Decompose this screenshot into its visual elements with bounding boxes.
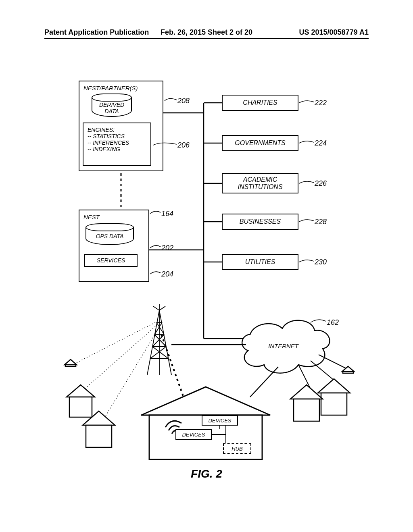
figure-caption: FIG. 2 [0, 468, 413, 480]
house-inner-lines [0, 0, 413, 532]
figure-diagram: NEST/PARTNER(S) DERIVED DATA ENGINES: --… [0, 0, 413, 532]
